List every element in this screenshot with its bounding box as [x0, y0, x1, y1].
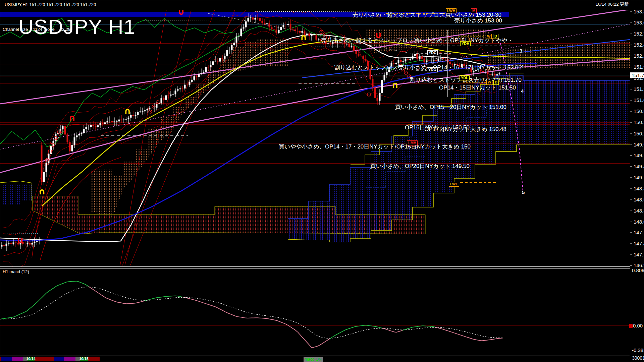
macd-line-segment [121, 303, 123, 303]
macd-line-segment [308, 344, 310, 346]
price-axis[interactable]: 153.315153.035152.755152.480152.200151.9… [630, 9, 644, 268]
candle-body [489, 74, 491, 75]
macd-line-segment [179, 296, 181, 297]
candle-body [175, 90, 176, 94]
macd-line-segment [310, 346, 312, 348]
candle-body [412, 56, 414, 59]
price-tick-label: 149.420 [634, 164, 644, 169]
candle-body [147, 109, 148, 111]
macd-line-segment [465, 337, 467, 337]
macd-line-segment [445, 330, 447, 330]
macd-line-segment [475, 340, 477, 340]
channel-info: Channel size = 1124 Slope = 13.29 [3, 27, 70, 32]
candle-body [194, 76, 195, 80]
macd-on-badge: macd ON [304, 357, 323, 362]
price-tick-label: 148.865 [634, 186, 644, 191]
candle-body [107, 121, 108, 122]
macd-line-segment [101, 294, 103, 296]
macd-line-segment [107, 298, 109, 299]
macd-scale-label: 30001 [632, 355, 644, 361]
macd-line-segment [392, 331, 394, 332]
macd-line-segment [60, 284, 62, 284]
macd-line-segment [439, 328, 441, 329]
candle-body [398, 60, 399, 63]
candle-body [36, 241, 38, 242]
ichimoku-clouds-layer [0, 29, 630, 242]
macd-line-segment [469, 338, 471, 339]
red-signal-icon: ∪ [311, 1, 318, 11]
wave-count-number: 4 [521, 88, 524, 94]
level-badge-lmh: LMH [407, 140, 418, 145]
price-tick-label: 147.475 [634, 241, 644, 246]
candle-body [248, 18, 249, 21]
macd-line-segment [370, 326, 372, 326]
level-badge-w: W [486, 80, 492, 85]
annotation-text: OP17日NYカット大きめ 150.48 [424, 126, 506, 132]
macd-line-segment [42, 295, 44, 297]
macd-line-segment [30, 306, 32, 308]
annotation-text: 買い小さめ、OP20日NYカット 149.50 [370, 163, 470, 169]
macd-line-segment [407, 328, 409, 329]
macd-signal-line [0, 287, 503, 338]
macd-line-segment [400, 330, 402, 331]
macd-line-segment [2, 318, 4, 319]
macd-line-segment [187, 298, 189, 299]
candle-body [360, 56, 362, 56]
candle-body [482, 71, 484, 72]
macd-line-segment [195, 300, 197, 301]
candle-body [217, 61, 219, 62]
candle-body [144, 110, 146, 111]
candle-body [74, 137, 75, 145]
macd-line-segment [316, 346, 318, 347]
macd-line-segment [398, 331, 400, 331]
price-tick-label: 152.480 [634, 42, 644, 48]
macd-line-segment [276, 320, 278, 321]
candle-body [111, 121, 113, 122]
candle-body [348, 44, 350, 47]
mt4-chart-window: ∪∪∩∪∩∩∩∪∩153.315153.035152.755152.480152… [0, 0, 644, 362]
trade-marker-dot [369, 94, 369, 95]
candle-body [78, 134, 80, 135]
candle-body [10, 243, 12, 244]
price-tick-label: 153.315 [634, 9, 644, 14]
candle-body [179, 88, 181, 89]
macd-line-segment [76, 281, 78, 282]
candle-body [191, 80, 193, 82]
macd-line-segment [181, 297, 183, 297]
trade-marker-dot [59, 131, 59, 132]
red-signal-icon: ∪ [177, 7, 184, 17]
macd-line-segment [165, 296, 167, 297]
candle-body [309, 34, 310, 36]
candle-body [240, 28, 242, 36]
candle-body [210, 65, 212, 67]
candle-body [186, 85, 188, 85]
macd-line-segment [493, 339, 495, 339]
level-badge-ydl: YDL [460, 75, 470, 80]
wave-count-number: 4 [521, 64, 524, 69]
red-signal-icon: ∩ [68, 113, 75, 123]
macd-line-segment [151, 299, 153, 299]
macd-line-segment [161, 297, 163, 297]
candle-body [93, 125, 94, 126]
candle-body [24, 244, 26, 244]
macd-line-segment [64, 282, 66, 283]
macd-line-segment [189, 299, 191, 299]
candle-body [417, 54, 418, 59]
candle-body [97, 125, 99, 127]
timeline-segment [0, 357, 1, 361]
candle-body [29, 243, 31, 245]
candle-body [203, 72, 205, 73]
macd-line-segment [296, 330, 298, 332]
macd-line-segment [52, 288, 54, 289]
candle-body [294, 29, 296, 31]
macd-line-segment [4, 318, 6, 318]
macd-line-segment [348, 328, 350, 329]
candle-body [219, 58, 221, 61]
cloud-left-blue [0, 184, 32, 204]
chart-canvas[interactable]: ∪∪∩∪∩∩∩∪∩153.315153.035152.755152.480152… [0, 0, 644, 362]
macd-line-segment [34, 303, 36, 305]
candle-body [424, 59, 425, 62]
updated-timestamp: 10/14 06:22 更新 [596, 2, 629, 7]
macd-line-segment [286, 324, 288, 325]
candle-body [67, 134, 68, 142]
